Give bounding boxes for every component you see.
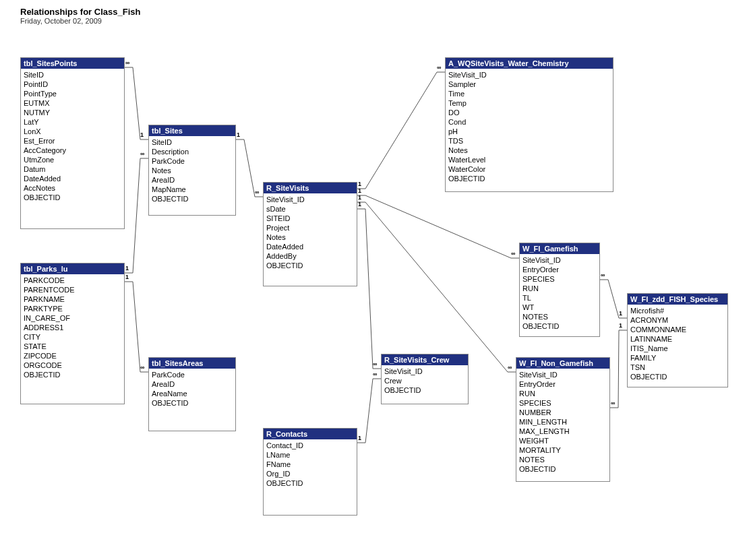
field: TL [522, 293, 597, 303]
table-A_WQSiteVisits_Water_Chemistry[interactable]: A_WQSiteVisits_Water_ChemistrySiteVisit_… [445, 57, 613, 192]
relationship-cardinality: ∞ [125, 59, 129, 66]
field: OBJECTID [384, 385, 465, 395]
field: OBJECTID [152, 398, 233, 408]
field: NUMBER [519, 408, 607, 417]
table-title: W_FI_Gamefish [520, 243, 599, 254]
field: pH [448, 127, 610, 136]
field: sDate [266, 204, 354, 214]
field: CITY [24, 332, 121, 342]
relationship-cardinality: 1 [619, 322, 622, 329]
field: Project [266, 223, 354, 232]
field: DO [448, 108, 610, 117]
field: SPECIES [522, 274, 597, 284]
field: PointType [24, 89, 121, 98]
relationship-cardinality: 1 [358, 194, 361, 201]
field: ZIPCODE [24, 351, 121, 361]
relationship-cardinality: 1 [619, 310, 622, 317]
table-title: R_SiteVisits [264, 183, 357, 193]
field: Datum [24, 164, 121, 174]
table-tbl_Sites[interactable]: tbl_SitesSiteIDDescriptionParkCodeNotesA… [148, 125, 236, 216]
field: PARKNAME [24, 294, 121, 304]
table-title: R_Contacts [264, 429, 357, 439]
table-body: Microfish#ACRONYMCOMMONNAMELATINNAMEITIS… [628, 305, 727, 384]
field: OBJECTID [448, 174, 610, 183]
field: RUN [519, 389, 607, 398]
table-title: tbl_Sites [149, 125, 235, 136]
field: Temp [448, 98, 610, 108]
field: STATE [24, 342, 121, 351]
field: AccNotes [24, 183, 121, 193]
table-body: SiteVisit_IDSamplerTimeTempDOCondpHTDSNo… [446, 69, 613, 186]
page-title: Relationships for Class_Fish [20, 7, 140, 17]
relationship-cardinality: ∞ [508, 364, 512, 371]
relationship-cardinality: 1 [358, 181, 361, 187]
field: MapName [152, 185, 233, 194]
table-R_SiteVisits_Crew[interactable]: R_SiteVisits_CrewSiteVisit_IDCrewOBJECTI… [381, 354, 469, 404]
relationship-cardinality: ∞ [373, 361, 377, 367]
relationship-cardinality: 1 [237, 131, 240, 138]
relationship-cardinality: 1 [358, 435, 361, 441]
field: ITIS_Name [630, 344, 725, 353]
field: OBJECTID [24, 370, 121, 379]
field: SPECIES [519, 398, 607, 408]
table-tbl_Parks_lu[interactable]: tbl_Parks_luPARKCODEPARENTCODEPARKNAMEPA… [20, 263, 125, 404]
relationship-cardinality: 1 [125, 274, 129, 280]
table-R_Contacts[interactable]: R_ContactsContact_IDLNameFNameOrg_IDOBJE… [263, 428, 357, 516]
table-W_FI_Gamefish[interactable]: W_FI_GamefishSiteVisit_IDEntryOrderSPECI… [519, 243, 600, 337]
table-W_FI_Non_Gamefish[interactable]: W_FI_Non_GamefishSiteVisit_IDEntryOrderR… [516, 357, 610, 482]
field: SiteID [24, 70, 121, 80]
table-body: ParkCodeAreaIDAreaNameOBJECTID [149, 369, 235, 410]
field: WT [522, 303, 597, 312]
field: ACRONYM [630, 315, 725, 325]
field: PARENTCODE [24, 285, 121, 294]
field: SITEID [266, 214, 354, 223]
field: SiteVisit_ID [522, 255, 597, 265]
field: PointID [24, 80, 121, 89]
field: AddedBy [266, 251, 354, 261]
table-W_FI_zdd_FISH_Species[interactable]: W_FI_zdd_FISH_SpeciesMicrofish#ACRONYMCO… [627, 293, 728, 387]
field: SiteID [152, 137, 233, 147]
relationship-cardinality: 1 [358, 187, 361, 194]
field: Contact_ID [266, 441, 354, 450]
field: MIN_LENGTH [519, 417, 607, 427]
field: Cond [448, 117, 610, 127]
table-tbl_SitesPoints[interactable]: tbl_SitesPointsSiteIDPointIDPointTypeEUT… [20, 57, 125, 229]
relationship-cardinality: ∞ [437, 64, 441, 71]
field: SiteVisit_ID [384, 367, 465, 376]
relationship-cardinality: ∞ [140, 364, 144, 371]
field: OBJECTID [519, 464, 607, 474]
field: PARKCODE [24, 276, 121, 285]
field: Sampler [448, 80, 610, 89]
field: ParkCode [152, 370, 233, 379]
field: IN_CARE_OF [24, 313, 121, 323]
field: LatY [24, 117, 121, 127]
field: MAX_LENGTH [519, 427, 607, 436]
table-title: tbl_SitesAreas [149, 358, 235, 369]
field: AreaID [152, 175, 233, 185]
relationship-cardinality: ∞ [601, 272, 605, 278]
field: NOTES [522, 312, 597, 321]
table-body: SiteVisit_IDEntryOrderSPECIESRUNTLWTNOTE… [520, 254, 599, 334]
field: Time [448, 89, 610, 98]
field: LATINNAME [630, 334, 725, 344]
relationship-cardinality: ∞ [373, 371, 377, 377]
field: FAMILY [630, 353, 725, 363]
field: LName [266, 450, 354, 460]
field: SiteVisit_ID [266, 195, 354, 204]
table-R_SiteVisits[interactable]: R_SiteVisitsSiteVisit_IDsDateSITEIDProje… [263, 182, 357, 286]
field: OBJECTID [24, 193, 121, 202]
table-tbl_SitesAreas[interactable]: tbl_SitesAreasParkCodeAreaIDAreaNameOBJE… [148, 357, 236, 431]
field: PARKTYPE [24, 304, 121, 313]
field: UtmZone [24, 155, 121, 164]
table-body: SiteIDPointIDPointTypeEUTMXNUTMYLatYLonX… [21, 69, 124, 205]
field: MORTALITY [519, 445, 607, 455]
field: Notes [448, 146, 610, 155]
field: OBJECTID [266, 478, 354, 488]
table-title: R_SiteVisits_Crew [382, 354, 468, 365]
field: ParkCode [152, 156, 233, 166]
table-body: Contact_IDLNameFNameOrg_IDOBJECTID [264, 439, 357, 491]
field: AccCategory [24, 146, 121, 155]
field: WEIGHT [519, 436, 607, 445]
field: WaterLevel [448, 155, 610, 164]
table-body: SiteVisit_IDCrewOBJECTID [382, 365, 468, 398]
